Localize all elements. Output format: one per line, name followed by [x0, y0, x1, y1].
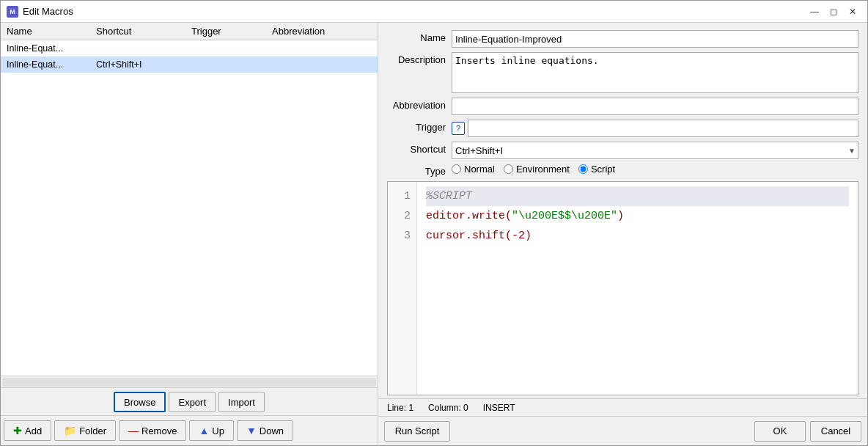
description-row: Description Inserts inline equations. [387, 52, 858, 93]
line-value: 1 [408, 403, 413, 413]
status-bar: Line: 1 Column: 0 INSERT [378, 398, 867, 416]
code-paren4: ) [525, 230, 532, 242]
folder-label: Folder [79, 425, 106, 436]
shortcut-row: Shortcut Ctrl+Shift+I ▼ [387, 142, 858, 159]
cancel-button[interactable]: Cancel [810, 421, 861, 442]
macro-list[interactable]: Inline-Equat... Inline-Equat... Ctrl+Shi… [1, 40, 378, 376]
type-environment-radio[interactable] [504, 164, 513, 174]
name-row: Name [387, 30, 858, 48]
code-number: -2 [512, 230, 525, 242]
run-script-area: Run Script [384, 421, 450, 442]
column-status: Column: 0 [428, 403, 468, 413]
close-button[interactable]: ✕ [844, 4, 861, 19]
remove-icon: — [128, 425, 139, 436]
shortcut-select-wrapper: Ctrl+Shift+I ▼ [452, 142, 858, 159]
window-controls: — ◻ ✕ [806, 4, 861, 19]
trigger-label: Trigger [387, 120, 446, 133]
code-editor[interactable]: 1 2 3 %SCRIPT editor.write("\u200E$$\u20… [387, 181, 858, 395]
left-panel: Name Shortcut Trigger Abbreviation Inlin… [1, 23, 378, 445]
up-button[interactable]: ▲ Up [189, 420, 233, 441]
type-row: Type Normal Environment Script [387, 164, 858, 177]
code-line-1: %SCRIPT [426, 186, 849, 206]
code-line-2: editor.write("\u200E$$\u200E") [426, 206, 849, 226]
type-script-label: Script [591, 164, 615, 175]
col-header-shortcut: Shortcut [96, 26, 191, 37]
type-normal-option[interactable]: Normal [452, 164, 495, 175]
maximize-button[interactable]: ◻ [825, 4, 842, 19]
type-options: Normal Environment Script [452, 164, 615, 175]
remove-label: Remove [141, 425, 177, 436]
add-label: Add [25, 425, 42, 436]
folder-icon: 📁 [64, 425, 76, 436]
type-script-option[interactable]: Script [578, 164, 615, 175]
editor-content: 1 2 3 %SCRIPT editor.write("\u200E$$\u20… [388, 182, 858, 395]
type-normal-label: Normal [464, 164, 495, 175]
code-method2: write [472, 210, 505, 222]
code-lines[interactable]: %SCRIPT editor.write("\u200E$$\u200E") c… [417, 182, 858, 395]
shortcut-label: Shortcut [387, 142, 446, 155]
name-label: Name [387, 30, 446, 43]
code-cursor: cursor [426, 230, 466, 242]
table-row[interactable]: Inline-Equat... [1, 40, 378, 56]
line-number: 1 [394, 186, 411, 206]
code-dot2: . [466, 230, 472, 242]
file-action-buttons: Browse Export Import [1, 387, 378, 415]
add-icon: ✚ [13, 425, 22, 436]
horizontal-scrollbar[interactable] [1, 376, 378, 387]
name-input[interactable] [452, 30, 858, 48]
up-icon: ▲ [199, 425, 209, 436]
col-header-name: Name [1, 26, 96, 37]
column-value: 0 [463, 403, 468, 413]
run-script-button[interactable]: Run Script [384, 421, 450, 442]
window-title: Edit Macros [23, 6, 806, 17]
table-header: Name Shortcut Trigger Abbreviation [1, 23, 378, 40]
add-button[interactable]: ✚ Add [4, 420, 51, 441]
macro-action-buttons: ✚ Add 📁 Folder — Remove ▲ Up ▼ Down [1, 415, 378, 445]
abbreviation-input[interactable] [452, 98, 858, 115]
edit-macros-window: M Edit Macros — ◻ ✕ Name Shortcut Trigge… [0, 0, 868, 446]
trigger-help-button[interactable]: ? [452, 122, 465, 135]
type-environment-option[interactable]: Environment [504, 164, 570, 175]
remove-button[interactable]: — Remove [119, 420, 186, 441]
export-button[interactable]: Export [169, 392, 216, 412]
minimize-button[interactable]: — [806, 4, 823, 19]
code-paren1: ( [505, 210, 512, 222]
code-paren3: ( [505, 230, 512, 242]
down-button[interactable]: ▼ Down [237, 420, 293, 441]
window-icon: M [7, 6, 18, 18]
shortcut-select[interactable]: Ctrl+Shift+I [452, 142, 858, 159]
code-string: "\u200E$$\u200E" [512, 210, 617, 222]
down-icon: ▼ [246, 425, 257, 436]
abbreviation-row: Abbreviation [387, 98, 858, 115]
row-name: Inline-Equat... [1, 59, 96, 70]
right-panel: Name Description Inserts inline equation… [378, 23, 867, 445]
line-number: 3 [394, 226, 411, 246]
form-area: Name Description Inserts inline equation… [378, 23, 867, 181]
down-label: Down [260, 425, 284, 436]
browse-button[interactable]: Browse [114, 392, 166, 412]
bottom-action-bar: Run Script OK Cancel [378, 416, 867, 445]
col-header-abbrev: Abbreviation [272, 26, 378, 37]
trigger-input[interactable] [468, 120, 858, 137]
code-dot: . [466, 210, 472, 222]
up-label: Up [212, 425, 224, 436]
type-normal-radio[interactable] [452, 164, 461, 174]
description-input[interactable]: Inserts inline equations. [452, 52, 858, 93]
code-shift: shift [472, 230, 505, 242]
table-row[interactable]: Inline-Equat... Ctrl+Shift+I [1, 56, 378, 73]
ok-button[interactable]: OK [754, 421, 806, 442]
row-name: Inline-Equat... [1, 43, 96, 54]
import-button[interactable]: Import [218, 392, 265, 412]
code-paren2: ) [617, 210, 624, 222]
type-script-radio[interactable] [578, 164, 588, 174]
titlebar: M Edit Macros — ◻ ✕ [1, 1, 867, 23]
scrollbar-track [2, 378, 376, 387]
line-numbers: 1 2 3 [388, 182, 417, 395]
trigger-row: Trigger ? [387, 120, 858, 137]
editor-mode: INSERT [483, 403, 515, 413]
col-header-trigger: Trigger [191, 26, 272, 37]
line-label: Line: [387, 403, 406, 413]
code-method: editor [426, 210, 466, 222]
folder-button[interactable]: 📁 Folder [54, 420, 116, 441]
type-environment-label: Environment [516, 164, 570, 175]
